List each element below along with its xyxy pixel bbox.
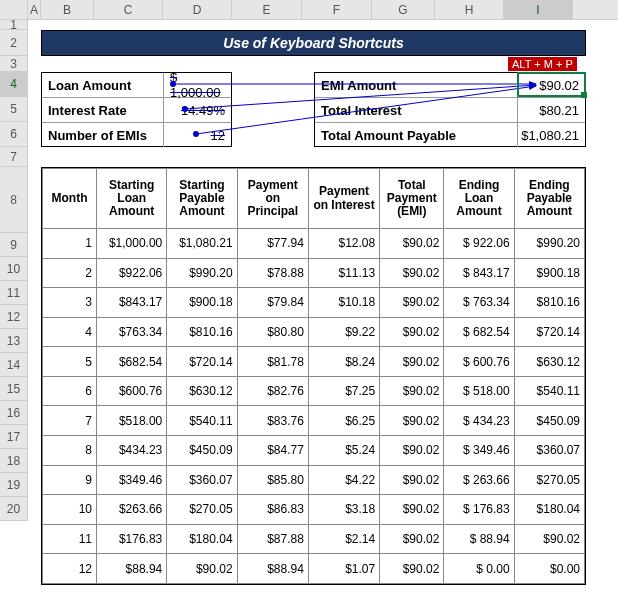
interest-rate-value[interactable]: 14.49% [164,98,231,123]
amort-cell[interactable]: 2 [43,258,97,288]
amort-col-1[interactable]: Starting Loan Amount [96,169,166,229]
amort-cell[interactable]: $843.17 [96,288,166,318]
amort-cell[interactable]: $90.02 [380,465,444,495]
col-header-F[interactable]: F [302,0,372,19]
amort-cell[interactable]: $360.07 [167,465,237,495]
amort-cell[interactable]: $450.09 [514,406,584,436]
row-header-2[interactable]: 2 [0,30,28,56]
col-header-A[interactable]: A [28,0,41,19]
amort-cell[interactable]: $90.02 [380,288,444,318]
row-header-19[interactable]: 19 [0,473,28,497]
amort-cell[interactable]: $90.02 [380,524,444,554]
amort-cell[interactable]: $ 600.76 [444,347,514,377]
amort-cell[interactable]: $82.76 [237,376,308,406]
amort-cell[interactable]: $349.46 [96,465,166,495]
amort-col-4[interactable]: Payment on Interest [308,169,379,229]
amort-cell[interactable]: $ 434.23 [444,406,514,436]
row-header-5[interactable]: 5 [0,97,28,122]
amort-cell[interactable]: $270.05 [514,465,584,495]
amort-cell[interactable]: $90.02 [514,524,584,554]
row-header-20[interactable]: 20 [0,497,28,521]
amort-cell[interactable]: $90.02 [380,347,444,377]
amort-cell[interactable]: $ 176.83 [444,495,514,525]
amort-cell[interactable]: $990.20 [167,258,237,288]
amort-cell[interactable]: 5 [43,347,97,377]
amort-cell[interactable]: $263.66 [96,495,166,525]
amort-cell[interactable]: $90.02 [380,229,444,259]
row-header-4[interactable]: 4 [0,72,28,97]
amort-cell[interactable]: 6 [43,376,97,406]
amort-cell[interactable]: $90.02 [380,406,444,436]
amort-cell[interactable]: $2.14 [308,524,379,554]
amort-cell[interactable]: $10.18 [308,288,379,318]
amort-col-6[interactable]: Ending Loan Amount [444,169,514,229]
amort-cell[interactable]: $720.14 [514,317,584,347]
amort-cell[interactable]: $ 263.66 [444,465,514,495]
amort-cell[interactable]: $450.09 [167,436,237,466]
row-header-1[interactable]: 1 [0,20,28,30]
amort-cell[interactable]: $ 682.54 [444,317,514,347]
amort-cell[interactable]: $900.18 [514,258,584,288]
col-header-H[interactable]: H [435,0,504,19]
grid-body[interactable]: Use of Keyboard Shortcuts Loan Amount $ … [0,20,618,608]
col-header-E[interactable]: E [232,0,302,19]
amort-cell[interactable]: $3.18 [308,495,379,525]
amort-cell[interactable]: $90.02 [380,554,444,584]
amort-cell[interactable]: 7 [43,406,97,436]
amort-cell[interactable]: $630.12 [167,376,237,406]
amort-cell[interactable]: $83.76 [237,406,308,436]
amort-cell[interactable]: 8 [43,436,97,466]
row-header-17[interactable]: 17 [0,425,28,449]
amort-col-3[interactable]: Payment on Principal [237,169,308,229]
amort-cell[interactable]: $ 843.17 [444,258,514,288]
row-header-7[interactable]: 7 [0,147,28,167]
amort-cell[interactable]: $90.02 [380,317,444,347]
amort-cell[interactable]: $1,080.21 [167,229,237,259]
amort-cell[interactable]: $176.83 [96,524,166,554]
total-interest-value[interactable]: $80.21 [518,98,585,123]
amort-cell[interactable]: 1 [43,229,97,259]
amort-cell[interactable]: $540.11 [514,376,584,406]
amort-cell[interactable]: $86.83 [237,495,308,525]
amort-cell[interactable]: $ 518.00 [444,376,514,406]
amort-cell[interactable]: $9.22 [308,317,379,347]
amort-cell[interactable]: 10 [43,495,97,525]
amort-cell[interactable]: $6.25 [308,406,379,436]
amort-cell[interactable]: $85.80 [237,465,308,495]
amort-cell[interactable]: $8.24 [308,347,379,377]
amort-cell[interactable]: $77.94 [237,229,308,259]
amort-cell[interactable]: 4 [43,317,97,347]
amort-cell[interactable]: $600.76 [96,376,166,406]
row-header-13[interactable]: 13 [0,329,28,353]
amort-cell[interactable]: $84.77 [237,436,308,466]
amort-cell[interactable]: $88.94 [96,554,166,584]
amort-col-7[interactable]: Ending Payable Amount [514,169,584,229]
amort-cell[interactable]: $ 349.46 [444,436,514,466]
emi-amount-value[interactable]: $90.02 [518,73,585,98]
amort-cell[interactable]: $88.94 [237,554,308,584]
col-header-C[interactable]: C [94,0,163,19]
amort-cell[interactable]: $922.06 [96,258,166,288]
amort-cell[interactable]: $5.24 [308,436,379,466]
amort-cell[interactable]: $540.11 [167,406,237,436]
amort-cell[interactable]: $270.05 [167,495,237,525]
amort-cell[interactable]: $ 0.00 [444,554,514,584]
col-header-B[interactable]: B [41,0,94,19]
row-header-8[interactable]: 8 [0,167,28,233]
amort-cell[interactable]: $810.16 [514,288,584,318]
row-header-18[interactable]: 18 [0,449,28,473]
amort-cell[interactable]: $79.84 [237,288,308,318]
amort-cell[interactable]: $ 763.34 [444,288,514,318]
col-header-I[interactable]: I [504,0,573,19]
row-header-15[interactable]: 15 [0,377,28,401]
row-header-14[interactable]: 14 [0,353,28,377]
total-payable-value[interactable]: $1,080.21 [518,123,585,147]
amort-cell[interactable]: $90.02 [167,554,237,584]
row-header-6[interactable]: 6 [0,122,28,147]
amort-cell[interactable]: $81.78 [237,347,308,377]
amort-cell[interactable]: $11.13 [308,258,379,288]
amort-cell[interactable]: $518.00 [96,406,166,436]
amort-cell[interactable]: $78.88 [237,258,308,288]
amort-cell[interactable]: $990.20 [514,229,584,259]
row-header-10[interactable]: 10 [0,257,28,281]
